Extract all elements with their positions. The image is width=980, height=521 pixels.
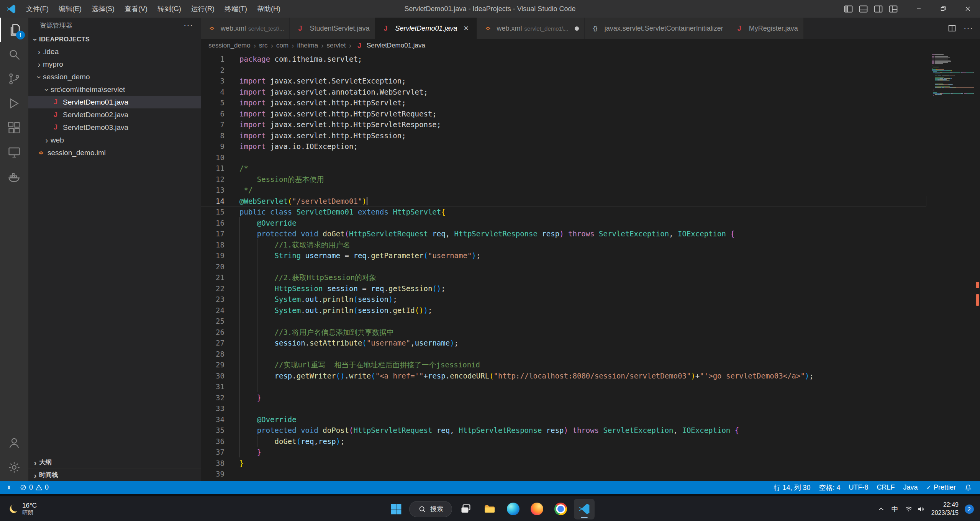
status-item[interactable]: UTF-8 bbox=[845, 481, 873, 494]
sidebar-section-大纲[interactable]: ›大纲 bbox=[28, 456, 201, 469]
code-line[interactable]: 29 //实现url重写 相当于在地址栏后面拼接了一个jsessionid bbox=[201, 359, 926, 370]
taskbar-app-vscode[interactable] bbox=[574, 499, 595, 519]
activitybar-source-control[interactable] bbox=[0, 67, 28, 91]
code-line[interactable]: 25 bbox=[201, 316, 926, 327]
remote-indicator[interactable] bbox=[2, 481, 16, 494]
tree-item[interactable]: ›session_demo bbox=[28, 70, 201, 83]
clock[interactable]: 22:49 2023/3/15 bbox=[931, 501, 959, 517]
tree-item[interactable]: session_demo.iml bbox=[28, 146, 201, 159]
breadcrumb-item[interactable]: itheima bbox=[297, 42, 318, 49]
status-item[interactable]: CRLF bbox=[873, 481, 899, 494]
tree-item[interactable]: ›mypro bbox=[28, 58, 201, 70]
code-line[interactable]: 10 bbox=[201, 152, 926, 163]
activitybar-explorer[interactable]: 1 bbox=[0, 18, 28, 42]
code-line[interactable]: 24 System.out.println(session.getId()); bbox=[201, 305, 926, 316]
problems-indicator[interactable]: 0 0 bbox=[16, 481, 52, 494]
code-line[interactable]: 31 bbox=[201, 381, 926, 392]
sidebar-section-时间线[interactable]: ›时间线 bbox=[28, 469, 201, 481]
tree-item[interactable]: ›src\com\itheima\servlet bbox=[28, 83, 201, 96]
tree-item[interactable]: ServletDemo02.java bbox=[28, 108, 201, 121]
taskbar-app-explorer[interactable] bbox=[479, 499, 500, 519]
activitybar-accounts[interactable] bbox=[0, 431, 28, 455]
activitybar-settings[interactable] bbox=[0, 455, 28, 480]
activitybar-extensions[interactable] bbox=[0, 116, 28, 140]
tree-item[interactable]: ›web bbox=[28, 134, 201, 146]
code-line[interactable]: 37 } bbox=[201, 447, 926, 458]
tray-expand-button[interactable] bbox=[877, 505, 885, 513]
code-line[interactable]: 4import javax.servlet.annotation.WebServ… bbox=[201, 87, 926, 98]
code-line[interactable]: 39 bbox=[201, 469, 926, 480]
code-editor[interactable]: 1package com.itheima.servlet;23import ja… bbox=[201, 52, 980, 481]
code-line[interactable]: 22 HttpSession session = req.getSession(… bbox=[201, 283, 926, 294]
activitybar-run-debug[interactable] bbox=[0, 91, 28, 116]
breadcrumb-item[interactable]: src bbox=[259, 42, 268, 49]
weather-widget[interactable]: 16°C 晴朗 bbox=[0, 497, 44, 521]
menu-item[interactable]: 转到(G) bbox=[152, 0, 186, 18]
code-line[interactable]: 2 bbox=[201, 65, 926, 76]
breadcrumb-item[interactable]: com bbox=[276, 42, 288, 49]
code-line[interactable]: 8import javax.servlet.http.HttpSession; bbox=[201, 130, 926, 141]
status-item[interactable]: 空格: 4 bbox=[815, 481, 845, 494]
toggle-primary-sidebar-icon[interactable] bbox=[844, 4, 853, 14]
activitybar-search[interactable] bbox=[0, 42, 28, 67]
code-line[interactable]: 20 bbox=[201, 261, 926, 272]
activitybar-docker[interactable] bbox=[0, 165, 28, 189]
code-line[interactable]: 38} bbox=[201, 458, 926, 469]
code-line[interactable]: 36 doGet(req,resp); bbox=[201, 436, 926, 447]
system-tray-icons[interactable] bbox=[905, 505, 925, 513]
breadcrumb-item[interactable]: servlet bbox=[327, 42, 346, 49]
code-line[interactable]: 1package com.itheima.servlet; bbox=[201, 54, 926, 65]
editor-more-actions-icon[interactable]: ··· bbox=[964, 23, 973, 33]
code-line[interactable]: 15public class ServletDemo01 extends Htt… bbox=[201, 206, 926, 218]
code-line[interactable]: 14@WebServlet("/servletDemo01") bbox=[201, 196, 926, 207]
tab[interactable]: javax.servlet.ServletContainerInitialize… bbox=[585, 18, 729, 39]
menu-item[interactable]: 编辑(E) bbox=[54, 0, 87, 18]
tree-item[interactable]: ServletDemo01.java bbox=[28, 96, 201, 108]
code-line[interactable]: 21 //2.获取HttpSession的对象 bbox=[201, 272, 926, 283]
taskbar-app-start[interactable] bbox=[385, 499, 406, 519]
code-line[interactable]: 7import javax.servlet.http.HttpServletRe… bbox=[201, 119, 926, 130]
activitybar-remote-explorer[interactable] bbox=[0, 140, 28, 165]
notifications-button[interactable] bbox=[960, 481, 976, 494]
breadcrumb-item[interactable]: session_demo bbox=[208, 42, 251, 49]
tab[interactable]: web.xmlservlet_demo1\... bbox=[477, 18, 585, 39]
code-line[interactable]: 30 resp.getWriter().write("<a href='"+re… bbox=[201, 370, 926, 382]
code-line[interactable]: 12 Session的基本使用 bbox=[201, 174, 926, 185]
code-line[interactable]: 13 */ bbox=[201, 185, 926, 196]
tab[interactable]: MyRegister.java× bbox=[729, 18, 804, 39]
tab[interactable]: StudentServlet.java× bbox=[290, 18, 375, 39]
toggle-secondary-sidebar-icon[interactable] bbox=[873, 4, 883, 14]
close-icon[interactable]: × bbox=[461, 23, 471, 33]
customize-layout-icon[interactable] bbox=[888, 4, 898, 14]
code-line[interactable]: 16 @Override bbox=[201, 218, 926, 229]
menu-item[interactable]: 运行(R) bbox=[186, 0, 220, 18]
code-line[interactable]: 35 protected void doPost(HttpServletRequ… bbox=[201, 425, 926, 436]
tree-item[interactable]: ›.idea bbox=[28, 45, 201, 58]
tab[interactable]: web.xmlservlet_test\...× bbox=[201, 18, 290, 39]
code-line[interactable]: 23 System.out.println(session); bbox=[201, 294, 926, 305]
menu-item[interactable]: 文件(F) bbox=[21, 0, 54, 18]
menu-item[interactable]: 选择(S) bbox=[87, 0, 120, 18]
code-line[interactable]: 34 @Override bbox=[201, 414, 926, 425]
restore-button[interactable] bbox=[931, 0, 955, 18]
code-line[interactable]: 19 String username = req.getParameter("u… bbox=[201, 250, 926, 261]
code-line[interactable]: 9import java.io.IOException; bbox=[201, 141, 926, 152]
menu-item[interactable]: 终端(T) bbox=[220, 0, 252, 18]
status-item[interactable]: 行 14, 列 30 bbox=[769, 481, 814, 494]
status-item[interactable]: ✓Prettier bbox=[922, 481, 960, 494]
close-button[interactable] bbox=[955, 0, 980, 18]
code-line[interactable]: 11/* bbox=[201, 163, 926, 174]
code-line[interactable]: 26 //3.将用户名信息添加到共享数据中 bbox=[201, 327, 926, 338]
tab[interactable]: ServletDemo01.java× bbox=[375, 18, 477, 39]
code-line[interactable]: 33 bbox=[201, 403, 926, 414]
minimap[interactable] bbox=[932, 54, 974, 99]
taskbar-app-firefox[interactable] bbox=[526, 499, 547, 519]
taskbar-app-taskview[interactable] bbox=[455, 499, 476, 519]
code-line[interactable]: 32 } bbox=[201, 392, 926, 403]
taskbar-app-edge[interactable] bbox=[503, 499, 523, 519]
toggle-panel-icon[interactable] bbox=[859, 4, 868, 14]
code-line[interactable]: 27 session.setAttribute("username",usern… bbox=[201, 338, 926, 349]
taskbar-app-search[interactable]: 搜索 bbox=[409, 501, 452, 517]
project-root-header[interactable]: › IDEAPROJECTS bbox=[28, 33, 201, 45]
status-item[interactable]: Java bbox=[899, 481, 922, 494]
